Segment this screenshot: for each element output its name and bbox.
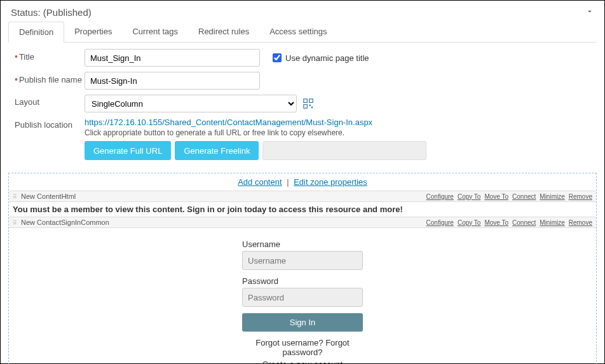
input-publish-file[interactable] — [85, 72, 260, 90]
content-zone: Add content | Edit zone properties ⠿ New… — [8, 173, 597, 364]
tab-properties[interactable]: Properties — [64, 22, 122, 42]
link-edit-zone-props[interactable]: Edit zone properties — [294, 177, 367, 187]
zone-header: Add content | Edit zone properties — [9, 173, 596, 191]
qr-icon[interactable] — [303, 98, 313, 109]
action-copy-to[interactable]: Copy To — [458, 193, 481, 200]
input-password[interactable] — [242, 288, 363, 307]
module-title-contenthtml: New ContentHtml — [18, 192, 76, 200]
label-dynamic-title: Use dynamic page title — [285, 53, 369, 63]
btn-generate-freelink[interactable]: Generate Freelink — [175, 141, 259, 160]
row-publish-file: Publish file name — [8, 72, 597, 90]
module-bar-signin: ⠿ New ContactSignInCommon Configure Copy… — [9, 217, 596, 228]
action-copy-to[interactable]: Copy To — [458, 219, 481, 226]
row-publish-location: Publish location https://172.16.10.155/S… — [8, 118, 597, 160]
drag-handle-icon[interactable]: ⠿ — [13, 195, 17, 199]
module-bar-contenthtml: ⠿ New ContentHtml Configure Copy To Move… — [9, 191, 596, 202]
link-create-account[interactable]: Create a new account — [242, 360, 363, 364]
svg-rect-4 — [311, 107, 313, 108]
action-minimize[interactable]: Minimize — [540, 193, 564, 200]
status-row: Status: (Published) — [8, 6, 597, 22]
svg-rect-3 — [309, 105, 311, 106]
contenthtml-body: You must be a member to view this conten… — [9, 202, 596, 217]
page-container: Status: (Published) Definition Propertie… — [0, 0, 605, 364]
checkbox-dynamic-title[interactable] — [273, 53, 282, 62]
row-layout: Layout SingleColumn — [8, 95, 597, 112]
select-layout[interactable]: SingleColumn — [85, 95, 297, 112]
label-password: Password — [242, 276, 363, 286]
signin-body: Username Password Sign In Forgot usernam… — [9, 228, 596, 364]
btn-generate-full-url[interactable]: Generate Full URL — [85, 141, 171, 160]
action-move-to[interactable]: Move To — [484, 219, 508, 226]
btn-sign-in[interactable]: Sign In — [242, 313, 363, 332]
action-minimize[interactable]: Minimize — [540, 219, 564, 226]
action-connect[interactable]: Connect — [512, 219, 536, 226]
action-remove[interactable]: Remove — [569, 193, 592, 200]
tab-redirect-rules[interactable]: Redirect rules — [188, 22, 259, 42]
row-title: Title Use dynamic page title — [8, 49, 597, 67]
module-actions-contenthtml: Configure Copy To Move To Connect Minimi… — [426, 193, 592, 200]
label-title: Title — [8, 49, 85, 62]
zone-sep: | — [287, 177, 291, 187]
module-title-signin: New ContactSignInCommon — [18, 219, 109, 226]
tab-current-tags[interactable]: Current tags — [122, 22, 188, 42]
tabs-bar: Definition Properties Current tags Redir… — [8, 22, 597, 43]
action-remove[interactable]: Remove — [569, 219, 592, 226]
tab-definition[interactable]: Definition — [8, 22, 64, 43]
module-actions-signin: Configure Copy To Move To Connect Minimi… — [426, 219, 592, 226]
svg-rect-1 — [309, 99, 313, 103]
action-configure[interactable]: Configure — [426, 219, 454, 226]
link-forgot[interactable]: Forgot username? Forgot password? — [242, 338, 363, 357]
status-label: Status: (Published) — [11, 7, 92, 18]
input-title[interactable] — [85, 49, 260, 67]
tab-access-settings[interactable]: Access settings — [259, 22, 337, 42]
action-move-to[interactable]: Move To — [484, 193, 508, 200]
drag-handle-icon[interactable]: ⠿ — [13, 221, 17, 225]
hint-publish-location: Click appropriate button to generate a f… — [85, 128, 344, 137]
svg-rect-2 — [304, 105, 308, 109]
action-configure[interactable]: Configure — [426, 193, 454, 200]
label-publish-location: Publish location — [8, 118, 85, 130]
link-add-content[interactable]: Add content — [238, 177, 282, 187]
link-publish-url[interactable]: https://172.16.10.155/Shared_Content/Con… — [85, 118, 372, 127]
label-username: Username — [242, 239, 363, 249]
collapse-chevron-icon[interactable] — [585, 7, 594, 18]
input-username[interactable] — [242, 251, 363, 270]
url-output-field — [262, 141, 426, 160]
action-connect[interactable]: Connect — [512, 193, 536, 200]
label-layout: Layout — [8, 95, 85, 107]
label-publish-file: Publish file name — [8, 72, 85, 84]
svg-rect-0 — [304, 99, 308, 103]
